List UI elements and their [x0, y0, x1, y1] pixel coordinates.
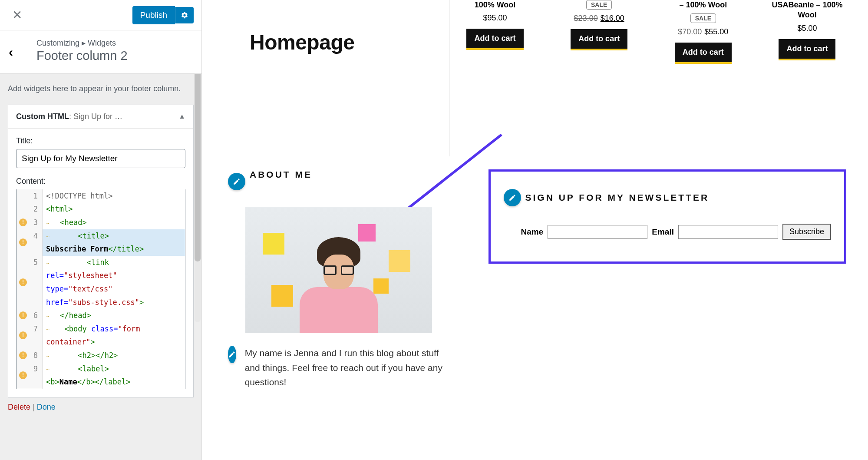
newsletter-form: Name Email Subscribe	[504, 224, 832, 240]
preview-pane: Homepage 100% Wool$95.00Add to cartSALE$…	[202, 0, 868, 460]
close-icon[interactable]: ✕	[8, 5, 26, 25]
caret-up-icon: ▲	[178, 113, 185, 120]
help-text: Add widgets here to appear in your foote…	[8, 83, 194, 95]
product-name: USABeanie – 100% Wool	[764, 0, 851, 20]
sale-badge: SALE	[586, 0, 612, 10]
breadcrumb: Customizing ▸ Widgets	[36, 38, 191, 48]
product-price: $95.00	[452, 13, 538, 23]
code-editor[interactable]: 1<!DOCTYPE html>2<html>3!~ <head>4!~ <ti…	[16, 189, 185, 389]
sidebar-scrollbar[interactable]	[195, 36, 201, 322]
publish-settings-gear-icon[interactable]	[175, 7, 194, 23]
product-price: $23.00$16.00	[556, 14, 643, 23]
footer-col-about: ABOUT ME My name is Jenna and I run this…	[202, 169, 475, 390]
edit-shortcut-icon[interactable]	[228, 173, 245, 190]
page-title: Homepage	[250, 30, 354, 54]
customizer-sidebar: ✕ Publish ‹ Customizing ▸ Widgets Footer…	[0, 0, 202, 460]
about-text: My name is Jenna and I run this blog abo…	[245, 346, 449, 390]
product-name: 100% Wool	[452, 0, 538, 10]
widget-header[interactable]: Custom HTML: Sign Up for … ▲	[8, 105, 193, 129]
add-to-cart-button[interactable]: Add to cart	[466, 29, 523, 50]
add-to-cart-button[interactable]: Add to cart	[675, 43, 732, 64]
widget-done-link[interactable]: Done	[37, 403, 56, 411]
add-to-cart-button[interactable]: Add to cart	[571, 29, 627, 50]
sale-badge: SALE	[690, 13, 716, 23]
product-price: $70.00$55.00	[660, 27, 746, 36]
section-title: Footer column 2	[36, 49, 191, 63]
email-input[interactable]	[678, 225, 778, 239]
footer-col-newsletter: SIGN UP FOR MY NEWSLETTER Name Email Sub…	[475, 169, 868, 390]
about-image-placeholder	[245, 207, 432, 333]
title-label: Title:	[16, 136, 185, 146]
widget-custom-html: Custom HTML: Sign Up for … ▲ Title: Cont…	[8, 105, 194, 397]
content-label: Content:	[16, 177, 185, 186]
product-card: 100% Wool$95.00Add to cart	[452, 0, 538, 64]
about-heading: ABOUT ME	[250, 169, 312, 180]
widget-delete-link[interactable]: Delete	[8, 403, 30, 411]
edit-shortcut-icon[interactable]	[228, 346, 236, 363]
product-card: SALE$23.00$16.00Add to cart	[556, 0, 643, 64]
publish-button[interactable]: Publish	[132, 6, 175, 24]
edit-shortcut-icon[interactable]	[504, 189, 521, 206]
name-label: Name	[521, 227, 544, 237]
product-card: USABeanie – 100% Wool$5.00Add to cart	[764, 0, 851, 64]
product-name: – 100% Wool	[660, 0, 746, 10]
add-to-cart-button[interactable]: Add to cart	[779, 39, 835, 60]
back-button-icon[interactable]: ‹	[9, 45, 13, 60]
newsletter-highlight-box: SIGN UP FOR MY NEWSLETTER Name Email Sub…	[488, 169, 847, 264]
newsletter-heading: SIGN UP FOR MY NEWSLETTER	[525, 192, 710, 203]
widget-title-input[interactable]	[16, 149, 185, 168]
subscribe-button[interactable]: Subscribe	[782, 224, 831, 240]
name-input[interactable]	[548, 225, 647, 239]
product-price: $5.00	[764, 24, 851, 33]
product-card: – 100% WoolSALE$70.00$55.00Add to cart	[660, 0, 746, 64]
email-label: Email	[652, 227, 674, 237]
